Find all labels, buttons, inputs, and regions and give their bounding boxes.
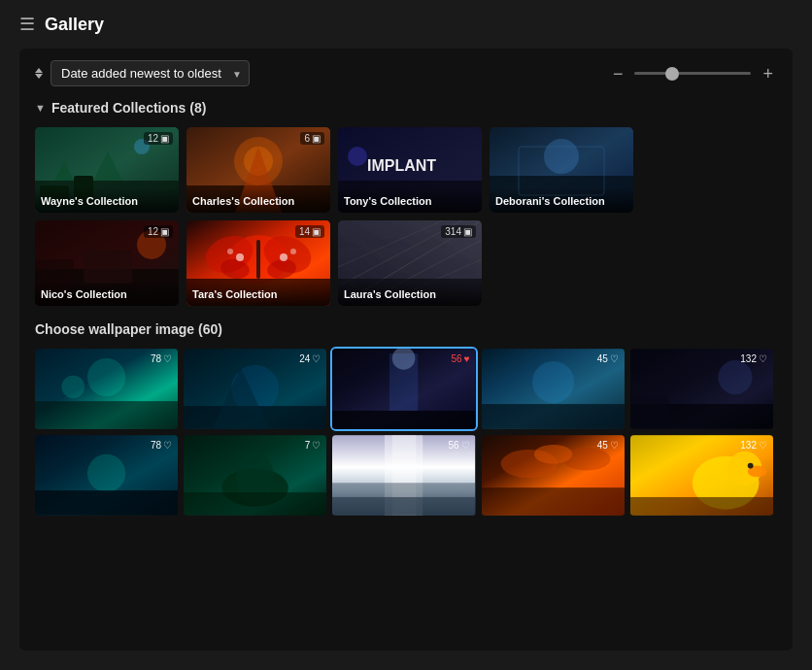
wallpaper-item-wp5[interactable]: 132 ♡: [630, 349, 773, 429]
top-bar: ☰ Gallery: [0, 0, 812, 49]
svg-point-18: [544, 139, 579, 174]
collapse-arrow-icon[interactable]: ▼: [35, 102, 46, 114]
wallpaper-item-wp1[interactable]: 78 ♡: [35, 349, 178, 429]
wallpaper-item-wp6[interactable]: 78 ♡: [35, 435, 178, 516]
wallpaper-item-wp8[interactable]: 56 ♡: [332, 435, 475, 516]
svg-point-36: [290, 249, 296, 254]
collection-overlay-charles: Charles's Collection: [186, 187, 330, 213]
wallpaper-grid: 78 ♡ 24 ♡: [35, 349, 773, 516]
sort-down-arrow: [35, 74, 43, 79]
heart-empty-icon-8: ♡: [461, 440, 470, 451]
collection-label-charles: Charles's Collection: [192, 195, 294, 207]
svg-rect-65: [35, 490, 178, 516]
collection-label-wayne: Wayne's Collection: [41, 195, 138, 207]
svg-rect-85: [630, 497, 773, 516]
collection-card-tony[interactable]: IMPLANT Tony's Collection: [338, 127, 482, 213]
app-title: Gallery: [45, 15, 104, 35]
collection-overlay-deborani: Deborani's Collection: [490, 187, 633, 213]
collection-card-laura[interactable]: 314 ▣ Laura's Collection: [338, 220, 482, 306]
collection-count-wayne: 12 ▣: [144, 132, 173, 145]
svg-point-57: [532, 361, 574, 403]
featured-section-title: Featured Collections (8): [51, 100, 206, 116]
sort-order-toggle[interactable]: [35, 68, 43, 79]
svg-point-84: [747, 462, 753, 468]
wallpaper-count-wp10: 132 ♡: [740, 440, 767, 451]
collection-label-tony: Tony's Collection: [344, 195, 431, 207]
sort-dropdown-wrapper: Date added newest to oldestDate added ol…: [51, 60, 250, 86]
monitor-icon: ▣: [160, 133, 169, 144]
wallpaper-section-title: Choose wallpaper image (60): [35, 321, 773, 337]
svg-rect-76: [482, 487, 625, 515]
wallpaper-item-wp4[interactable]: 45 ♡: [482, 349, 625, 429]
wallpaper-item-wp7[interactable]: 7 ♡: [184, 435, 326, 516]
featured-section-header: ▼ Featured Collections (8): [35, 100, 773, 116]
svg-point-33: [236, 253, 244, 261]
svg-rect-24: [84, 250, 132, 284]
collection-overlay-nico: Nico's Collection: [35, 281, 179, 306]
zoom-out-button[interactable]: −: [609, 65, 627, 83]
svg-point-79: [534, 445, 572, 464]
heart-empty-icon: ♡: [163, 353, 172, 364]
collection-label-deborani: Deborani's Collection: [495, 195, 605, 207]
main-window: Date added newest to oldestDate added ol…: [19, 49, 793, 651]
zoom-slider[interactable]: [634, 72, 751, 75]
svg-point-35: [280, 253, 288, 261]
monitor-icon-laura: ▣: [463, 226, 472, 237]
wallpaper-count-wp4: 45 ♡: [597, 353, 619, 364]
wallpaper-item-wp3[interactable]: 56 ♥: [332, 349, 475, 429]
wallpaper-item-wp10[interactable]: 132 ♡: [630, 435, 773, 516]
svg-rect-58: [482, 404, 625, 429]
zoom-in-button[interactable]: +: [759, 65, 777, 83]
collection-card-tara[interactable]: 14 ▣ Tara's Collection: [186, 220, 330, 306]
heart-empty-icon-6: ♡: [163, 440, 172, 451]
toolbar-left: Date added newest to oldestDate added ol…: [35, 60, 250, 86]
heart-empty-icon-10: ♡: [759, 440, 767, 451]
collection-overlay-tara: Tara's Collection: [186, 281, 330, 306]
collection-overlay-tony: Tony's Collection: [338, 187, 482, 213]
svg-rect-69: [184, 492, 326, 516]
heart-empty-icon-7: ♡: [312, 440, 321, 451]
collection-count-tara: 14 ▣: [295, 225, 324, 238]
svg-marker-62: [630, 396, 668, 428]
heart-empty-icon-4: ♡: [610, 353, 619, 364]
heart-empty-icon-2: ♡: [312, 353, 321, 364]
collections-grid: 12 ▣ Wayne's Collection: [35, 127, 773, 306]
menu-icon[interactable]: ☰: [19, 14, 35, 35]
wallpaper-item-wp9[interactable]: 45 ♡: [482, 435, 625, 516]
svg-point-64: [87, 454, 125, 492]
svg-point-60: [718, 360, 752, 394]
svg-point-34: [227, 249, 233, 254]
heart-empty-icon-5: ♡: [759, 353, 767, 364]
monitor-icon-tara: ▣: [312, 226, 321, 237]
collection-count-nico: 12 ▣: [144, 225, 173, 238]
wallpaper-count-wp3: 56 ♥: [452, 353, 470, 364]
svg-point-47: [61, 376, 85, 399]
wallpaper-count-wp5: 132 ♡: [740, 353, 767, 364]
svg-rect-55: [332, 411, 475, 429]
sort-dropdown[interactable]: Date added newest to oldestDate added ol…: [51, 60, 250, 86]
wallpaper-count-wp1: 78 ♡: [151, 353, 172, 364]
monitor-icon-nico: ▣: [160, 226, 169, 237]
collection-overlay-laura: Laura's Collection: [338, 281, 482, 306]
zoom-controls: − +: [609, 65, 777, 83]
svg-marker-74: [332, 483, 475, 515]
monitor-icon-charles: ▣: [312, 133, 321, 144]
wallpaper-count-wp8: 56 ♡: [448, 440, 469, 451]
sort-up-arrow: [35, 68, 43, 73]
collection-card-wayne[interactable]: 12 ▣ Wayne's Collection: [35, 127, 179, 213]
toolbar: Date added newest to oldestDate added ol…: [35, 60, 777, 86]
scroll-area[interactable]: ▼ Featured Collections (8): [35, 100, 777, 516]
svg-rect-46: [35, 401, 178, 428]
svg-rect-31: [256, 240, 260, 279]
collection-label-nico: Nico's Collection: [41, 288, 127, 300]
collection-card-charles[interactable]: 6 ▣ Charles's Collection: [186, 127, 330, 213]
collection-label-tara: Tara's Collection: [192, 288, 277, 300]
wallpaper-count-wp9: 45 ♡: [597, 440, 619, 451]
heart-filled-icon: ♥: [464, 353, 470, 364]
collection-card-nico[interactable]: 12 ▣ Nico's Collection: [35, 220, 179, 306]
collection-count-laura: 314 ▣: [441, 225, 476, 238]
wallpaper-item-wp2[interactable]: 24 ♡: [184, 349, 326, 429]
collection-label-laura: Laura's Collection: [344, 288, 436, 300]
heart-empty-icon-9: ♡: [610, 440, 619, 451]
collection-card-deborani[interactable]: Deborani's Collection: [490, 127, 633, 213]
